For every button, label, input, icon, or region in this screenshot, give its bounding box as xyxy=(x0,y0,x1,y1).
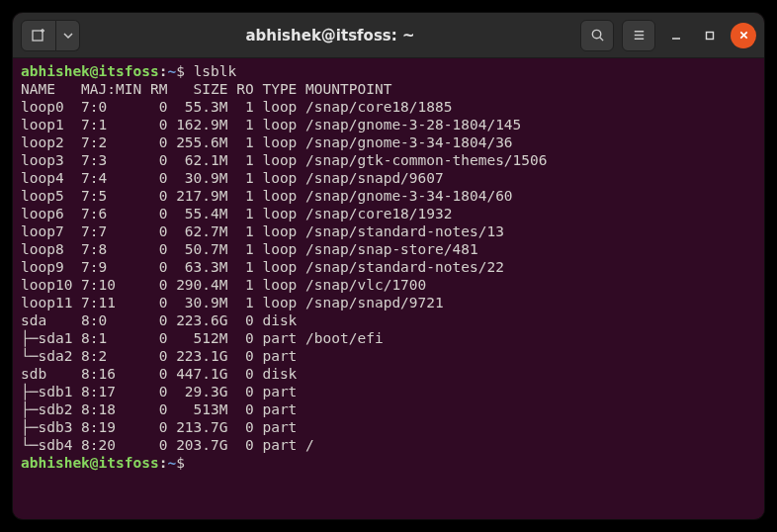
lsblk-row: loop11 7:11 0 30.9M 1 loop /snap/snapd/9… xyxy=(21,294,756,311)
lsblk-row: loop6 7:6 0 55.4M 1 loop /snap/core18/19… xyxy=(21,205,756,222)
close-button[interactable] xyxy=(731,23,756,48)
prompt-path: ~ xyxy=(167,455,176,471)
svg-line-4 xyxy=(599,38,602,41)
minimize-button[interactable] xyxy=(663,23,689,48)
svg-point-3 xyxy=(592,30,600,38)
lsblk-row: loop4 7:4 0 30.9M 1 loop /snap/snapd/960… xyxy=(21,169,756,187)
chevron-down-icon xyxy=(63,31,73,41)
lsblk-row: sdb 8:16 0 447.1G 0 disk xyxy=(21,365,756,383)
lsblk-row: loop0 7:0 0 55.3M 1 loop /snap/core18/18… xyxy=(21,98,756,116)
lsblk-row: sda 8:0 0 223.6G 0 disk xyxy=(21,311,756,329)
search-button[interactable] xyxy=(580,20,614,51)
minimize-icon xyxy=(670,30,682,42)
lsblk-row: loop10 7:10 0 290.4M 1 loop /snap/vlc/17… xyxy=(21,276,756,294)
titlebar-right-group xyxy=(580,20,756,51)
prompt-line: abhishek@itsfoss:~$ lsblk xyxy=(21,62,756,80)
titlebar-left-group xyxy=(21,20,80,51)
lsblk-row: └─sda2 8:2 0 223.1G 0 part xyxy=(21,347,756,365)
new-tab-button[interactable] xyxy=(21,20,56,51)
search-icon xyxy=(590,28,605,43)
lsblk-row: ├─sdb1 8:17 0 29.3G 0 part xyxy=(21,383,756,400)
terminal-body[interactable]: abhishek@itsfoss:~$ lsblkNAME MAJ:MIN RM… xyxy=(13,58,764,519)
new-tab-dropdown-button[interactable] xyxy=(56,20,80,51)
lsblk-row: ├─sdb3 8:19 0 213.7G 0 part xyxy=(21,418,756,436)
lsblk-row: loop7 7:7 0 62.7M 1 loop /snap/standard-… xyxy=(21,222,756,240)
prompt-path: ~ xyxy=(167,63,176,79)
lsblk-row: loop5 7:5 0 217.9M 1 loop /snap/gnome-3-… xyxy=(21,187,756,205)
maximize-icon xyxy=(704,30,716,42)
lsblk-row: ├─sdb2 8:18 0 513M 0 part xyxy=(21,400,756,418)
prompt-userhost: abhishek@itsfoss xyxy=(21,63,159,79)
terminal-window: abhishek@itsfoss: ~ abhishek@itsfoss:~$ … xyxy=(13,13,764,519)
lsblk-row: └─sdb4 8:20 0 203.7G 0 part / xyxy=(21,436,756,454)
command-text: lsblk xyxy=(194,63,237,79)
lsblk-row: loop1 7:1 0 162.9M 1 loop /snap/gnome-3-… xyxy=(21,116,756,133)
maximize-button[interactable] xyxy=(697,23,723,48)
close-icon xyxy=(738,30,749,41)
lsblk-row: loop9 7:9 0 63.3M 1 loop /snap/standard-… xyxy=(21,258,756,276)
lsblk-row: loop2 7:2 0 255.6M 1 loop /snap/gnome-3-… xyxy=(21,133,756,151)
titlebar: abhishek@itsfoss: ~ xyxy=(13,13,764,58)
lsblk-row: ├─sda1 8:1 0 512M 0 part /boot/efi xyxy=(21,329,756,347)
menu-button[interactable] xyxy=(622,20,655,51)
lsblk-row: loop3 7:3 0 62.1M 1 loop /snap/gtk-commo… xyxy=(21,151,756,169)
prompt-userhost: abhishek@itsfoss xyxy=(21,455,159,471)
prompt-dollar: $ xyxy=(176,455,185,471)
new-tab-icon xyxy=(31,28,46,44)
prompt-dollar: $ xyxy=(176,63,185,79)
svg-rect-0 xyxy=(33,31,43,41)
lsblk-header: NAME MAJ:MIN RM SIZE RO TYPE MOUNTPOINT xyxy=(21,80,756,98)
svg-rect-9 xyxy=(707,32,714,39)
prompt-line: abhishek@itsfoss:~$ xyxy=(21,454,756,472)
hamburger-icon xyxy=(632,28,647,43)
lsblk-row: loop8 7:8 0 50.7M 1 loop /snap/snap-stor… xyxy=(21,240,756,258)
window-title: abhishek@itsfoss: ~ xyxy=(86,27,574,44)
